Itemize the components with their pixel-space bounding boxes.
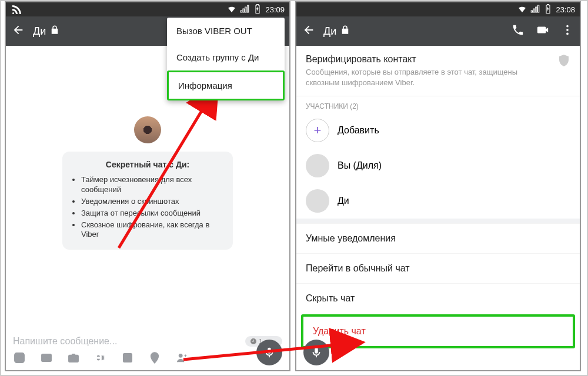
status-bar: 23:09	[6, 2, 289, 16]
divider	[296, 219, 580, 223]
card-bullet: Уведомления о скриншотах	[81, 197, 223, 207]
video-icon[interactable]	[536, 24, 549, 39]
svg-point-5	[71, 356, 75, 360]
svg-point-10	[566, 29, 569, 31]
svg-point-11	[566, 33, 569, 35]
add-label: Добавить	[338, 125, 379, 136]
camera-icon[interactable]	[67, 351, 80, 367]
context-menu: Вызов VIBER OUT Создать группу с Ди Инфо…	[167, 18, 285, 100]
info-title: Ди	[323, 25, 336, 38]
opt-delete-chat[interactable]: Удалить чат	[301, 314, 575, 348]
battery-icon	[543, 4, 553, 16]
card-bullet: Защита от пересылки сообщений	[81, 209, 223, 219]
verify-subtitle: Сообщения, которые вы отправляете в этот…	[306, 67, 552, 88]
compose-row: Напишите сообщение... 1 мин.	[6, 336, 289, 347]
add-participant[interactable]: + Добавить	[296, 113, 580, 148]
svg-point-2	[21, 356, 22, 357]
rss-icon	[11, 4, 21, 16]
avatar	[306, 154, 329, 177]
lock-icon	[340, 25, 350, 38]
back-icon[interactable]	[12, 24, 25, 39]
svg-point-7	[153, 355, 156, 358]
status-bar: 23:08	[296, 2, 580, 16]
mic-button[interactable]	[303, 340, 329, 365]
gif-icon[interactable]	[94, 351, 107, 367]
member-row[interactable]: Вы (Диля)	[296, 148, 580, 183]
svg-rect-0	[15, 353, 25, 363]
signal-icon	[530, 4, 540, 16]
member-row[interactable]: Ди	[296, 183, 580, 219]
gallery-icon[interactable]	[40, 351, 53, 367]
card-bullet: Таймер исчезновения для всех сообщений	[81, 175, 223, 195]
attach-row	[6, 351, 289, 367]
plus-icon: +	[306, 119, 329, 142]
mic-button[interactable]	[256, 340, 282, 365]
svg-point-1	[17, 356, 18, 357]
info-toolbar: Ди	[296, 16, 580, 46]
status-time: 23:09	[265, 5, 285, 14]
card-title: Секретный чат с Ди:	[72, 160, 223, 169]
call-icon[interactable]	[512, 24, 524, 39]
card-bullet: Сквозное шифрование, как всегда в Viber	[81, 220, 223, 240]
phone-left: 23:09 Ди Вызов VIBER OUT Создать группу …	[5, 1, 290, 371]
wifi-icon	[226, 4, 237, 16]
menu-viber-out[interactable]: Вызов VIBER OUT	[167, 18, 285, 44]
member-name: Вы (Диля)	[338, 160, 382, 171]
wifi-icon	[517, 4, 527, 16]
chat-title: Ди	[33, 25, 46, 38]
doodle-icon[interactable]	[121, 351, 134, 367]
message-input[interactable]: Напишите сообщение...	[13, 336, 240, 347]
avatar	[306, 189, 329, 213]
info-body: Верифицировать контакт Сообщения, которы…	[296, 46, 580, 348]
secret-chat-card: Секретный чат с Ди: Таймер исчезновения …	[62, 152, 233, 250]
more-icon[interactable]	[561, 24, 574, 39]
lock-icon	[49, 25, 60, 38]
opt-switch-regular[interactable]: Перейти в обычный чат	[296, 253, 580, 283]
svg-point-8	[179, 354, 182, 358]
location-icon[interactable]	[148, 351, 161, 367]
member-name: Ди	[338, 196, 349, 206]
sticker-icon[interactable]	[13, 351, 26, 367]
opt-hide-chat[interactable]: Скрыть чат	[296, 283, 580, 313]
contact-avatar	[134, 116, 161, 143]
battery-icon	[252, 4, 263, 16]
signal-icon	[239, 4, 250, 16]
share-contact-icon[interactable]	[175, 351, 188, 367]
back-icon[interactable]	[302, 24, 315, 39]
status-time: 23:08	[556, 5, 575, 14]
phone-right: 23:08 Ди Верифицировать контакт Сообщени…	[295, 1, 581, 371]
menu-create-group[interactable]: Создать группу с Ди	[167, 44, 285, 70]
participants-label: УЧАСТНИКИ (2)	[296, 96, 580, 113]
menu-info[interactable]: Информация	[167, 70, 285, 100]
svg-point-9	[566, 25, 569, 28]
opt-smart-notifications[interactable]: Умные уведомления	[296, 223, 580, 253]
verify-contact[interactable]: Верифицировать контакт	[306, 54, 552, 65]
shield-icon	[557, 54, 570, 69]
